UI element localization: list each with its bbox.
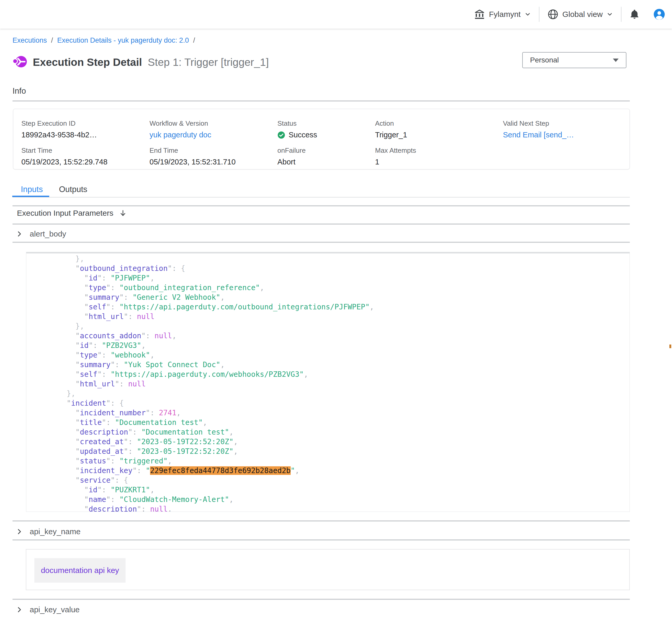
workflow-logo-icon: [12, 54, 27, 69]
breadcrumb-executions-link[interactable]: Executions: [12, 36, 47, 44]
success-check-icon: [277, 131, 285, 139]
info-card: Step Execution ID 18992a43-9538-4b2… Wor…: [13, 109, 630, 170]
chevron-right-icon: [16, 606, 23, 613]
page-title: Execution Step Detail: [33, 56, 142, 69]
breadcrumb-separator: /: [193, 36, 195, 44]
param-row-alert-body[interactable]: alert_body: [16, 229, 66, 238]
json-code-line: "name": "CloudWatch-Memory-Alert",: [31, 495, 629, 504]
section-divider: [12, 539, 630, 540]
execution-input-parameters-header: Execution Input Parameters: [17, 209, 127, 217]
next-step-link[interactable]: Send Email [send_…: [503, 131, 629, 139]
scope-select[interactable]: Personal: [522, 52, 626, 68]
org-switcher[interactable]: Fylamynt: [474, 9, 531, 20]
breadcrumb-separator: /: [51, 36, 53, 44]
param-row-api-key-value[interactable]: api_key_value: [16, 605, 80, 614]
json-code-line: "self": "https://api.pagerduty.com/webho…: [31, 370, 629, 379]
tab-inputs[interactable]: Inputs: [21, 185, 43, 194]
chevron-down-icon: [606, 11, 613, 18]
json-code-line: "incident_key": "229efec8feda44778d3fe69…: [31, 466, 629, 476]
json-code-line: "type": "webhook",: [31, 350, 629, 360]
field-on-failure: onFailure Abort: [277, 146, 375, 174]
json-code-line: "id": "PUZKRT1",: [31, 485, 629, 495]
section-divider: [12, 242, 630, 243]
alert-body-json-viewer[interactable]: "self": "https://api.pagerduty.com/...",…: [26, 252, 630, 512]
json-code-line: "html_url": null: [31, 312, 629, 321]
field-end-time: End Time 05/19/2023, 15:52:31.710: [150, 146, 277, 174]
code-top-strip: [26, 252, 629, 253]
page-subtitle: Step 1: Trigger [trigger_1]: [148, 56, 269, 69]
param-row-api-key-name[interactable]: api_key_name: [16, 527, 80, 536]
param-label: alert_body: [30, 229, 66, 238]
json-code-line: "updated_at": "2023-05-19T22:52:20Z",: [31, 446, 629, 456]
top-bar: Fylamynt Global view: [0, 0, 672, 29]
json-code-line: },: [31, 321, 629, 331]
highlighted-incident-key: 229efec8feda44778d3fe692b28aed2b: [150, 466, 290, 475]
breadcrumb: Executions / Execution Details - yuk pag…: [12, 36, 199, 44]
workflow-link[interactable]: yuk pagerduty doc: [150, 131, 277, 139]
json-code-line: "created_at": "2023-05-19T22:52:20Z",: [31, 437, 629, 446]
section-divider: [12, 520, 630, 521]
globe-icon: [547, 9, 559, 20]
select-caret-icon: [613, 59, 618, 62]
json-content: "self": "https://api.pagerduty.com/...",…: [26, 252, 629, 512]
topbar-divider: [539, 7, 539, 22]
user-avatar[interactable]: [653, 8, 665, 20]
info-heading: Info: [12, 86, 26, 96]
institution-icon: [474, 9, 485, 20]
field-workflow-version: Workflow & Version yuk pagerduty doc: [150, 119, 277, 146]
field-start-time: Start Time 05/19/2023, 15:52:29.748: [21, 146, 150, 174]
field-max-attempts: Max Attempts 1: [375, 146, 503, 174]
json-code-line: },: [31, 254, 629, 264]
view-switcher[interactable]: Global view: [547, 9, 613, 20]
json-code-line: "description": "Documentation test",: [31, 427, 629, 437]
json-code-line: "service": {: [31, 476, 629, 485]
view-label: Global view: [562, 10, 603, 19]
json-code-line: "accounts_addon": null,: [31, 331, 629, 341]
field-action: Action Trigger_1: [375, 119, 503, 146]
api-key-name-value-box: documentation api key: [26, 549, 630, 590]
empty-cell: [503, 146, 629, 174]
section-divider: [12, 100, 630, 101]
json-code-line: "id": "PJFWPEP",: [31, 273, 629, 283]
field-status: Status Success: [277, 119, 375, 146]
breadcrumb-execution-details-link[interactable]: Execution Details - yuk pagerduty doc: 2…: [57, 36, 189, 44]
json-code-line: "incident_number": 2741,: [31, 408, 629, 418]
section-divider: [12, 599, 630, 600]
json-code-line: "status": "triggered",: [31, 456, 629, 466]
json-code-line: "title": "Documentation test",: [31, 418, 629, 427]
scrollbar-match-marker: [669, 344, 671, 348]
json-code-line: "outbound_integration": {: [31, 264, 629, 273]
chevron-right-icon: [16, 528, 23, 535]
tab-outputs[interactable]: Outputs: [59, 185, 87, 194]
field-step-execution-id: Step Execution ID 18992a43-9538-4b2…: [21, 119, 150, 146]
json-code-line: },: [31, 389, 629, 398]
json-code-line: "summary": "Yuk Spot Connect Doc",: [31, 360, 629, 370]
scope-select-value: Personal: [530, 56, 559, 64]
section-divider: [12, 223, 630, 225]
json-code-line: "id": "PZB2VG3",: [31, 341, 629, 350]
topbar-divider: [621, 7, 621, 22]
sort-down-arrow-icon[interactable]: [119, 209, 127, 217]
json-code-line: "self": "https://api.pagerduty.com/outbo…: [31, 302, 629, 312]
status-badge: Success: [288, 131, 317, 139]
section-divider: [12, 205, 630, 206]
execution-step-detail-page: Fylamynt Global view: [0, 0, 672, 618]
param-label: api_key_name: [30, 527, 80, 536]
json-code-line: "type": "outbound_integration_reference"…: [31, 283, 629, 293]
notifications-bell-icon[interactable]: [629, 9, 640, 19]
tab-bar: Inputs Outputs: [21, 185, 87, 194]
json-code-line: "summary": "Generic V2 Webhook",: [31, 293, 629, 302]
org-label: Fylamynt: [489, 10, 521, 19]
tab-border: [12, 197, 630, 198]
json-code-line: "html_url": null: [31, 379, 629, 389]
param-label: api_key_value: [30, 605, 80, 614]
chevron-right-icon: [16, 230, 23, 237]
json-code-line: "description": null,: [31, 504, 629, 512]
field-valid-next-step: Valid Next Step Send Email [send_…: [503, 119, 629, 146]
chevron-down-icon: [524, 11, 531, 18]
api-key-name-chip: documentation api key: [34, 558, 125, 583]
json-code-line: "incident": {: [31, 398, 629, 408]
